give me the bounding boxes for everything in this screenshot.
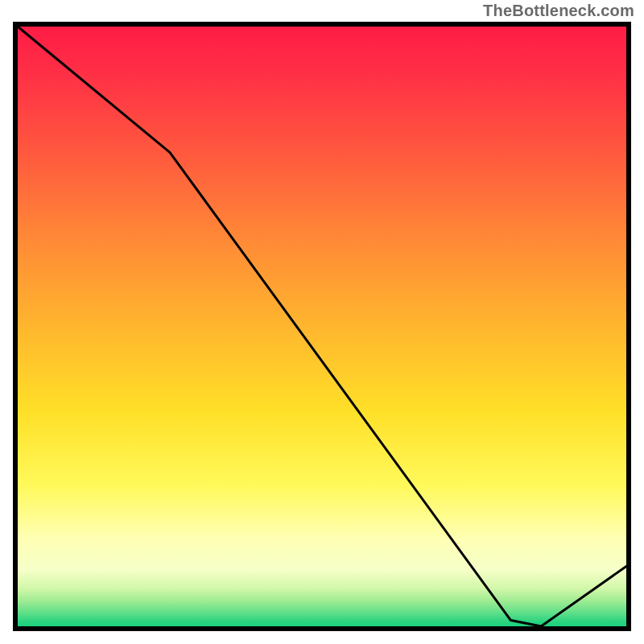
curve-svg — [13, 22, 631, 631]
plot-frame — [13, 22, 631, 631]
bottleneck-curve — [18, 27, 626, 626]
attribution-label: TheBottleneck.com — [483, 2, 634, 20]
chart-container: TheBottleneck.com — [0, 0, 644, 644]
